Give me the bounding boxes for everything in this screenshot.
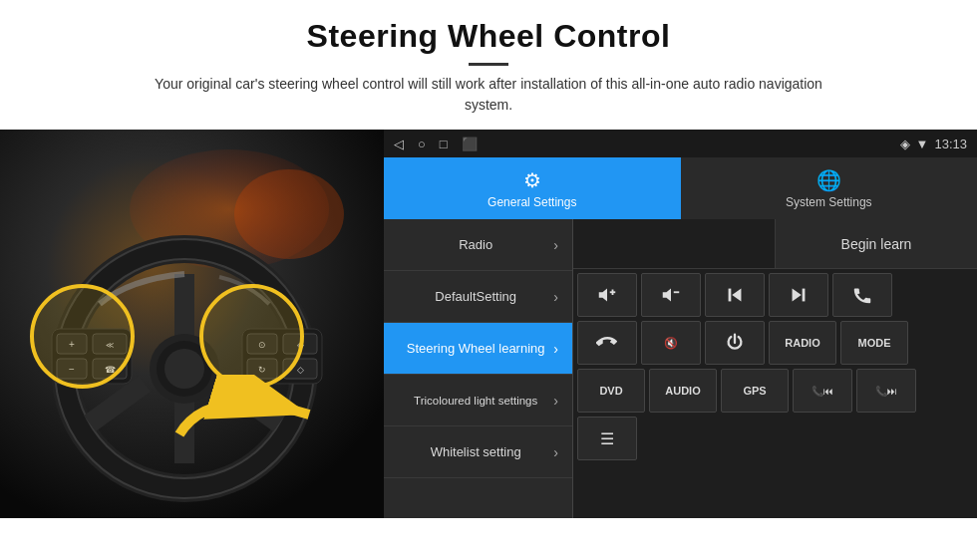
title-divider — [469, 63, 508, 66]
menu-item-tricoloured[interactable]: Tricoloured light settings › — [384, 375, 572, 426]
svg-text:◇: ◇ — [297, 365, 304, 375]
tab-system-label: System Settings — [786, 195, 872, 209]
recents-icon[interactable]: □ — [440, 137, 448, 151]
menu-label-default: DefaultSetting — [398, 289, 553, 304]
list-button[interactable]: ☰ — [577, 417, 637, 460]
svg-marker-32 — [599, 289, 607, 302]
chevron-right-icon-2: › — [553, 289, 558, 305]
wifi-icon: ▼ — [916, 137, 929, 151]
phone-next-button[interactable]: 📞⏭ — [856, 369, 916, 413]
chevron-right-icon-3: › — [553, 341, 558, 357]
svg-rect-38 — [729, 289, 732, 302]
chevron-right-icon-5: › — [553, 444, 558, 460]
btn-row-3: DVD AUDIO GPS 📞⏮ 📞⏭ — [577, 369, 973, 413]
menu-label-radio: Radio — [398, 237, 553, 252]
status-bar: ◁ ○ □ ⬛ ◈ ▼ 13:13 — [384, 130, 977, 157]
clock: 13:13 — [934, 137, 967, 151]
prev-track-button[interactable] — [705, 273, 765, 317]
phone-hang-button[interactable] — [577, 321, 637, 365]
svg-marker-39 — [793, 289, 802, 302]
gear-icon: ⚙ — [523, 168, 541, 192]
status-bar-right: ◈ ▼ 13:13 — [900, 137, 967, 151]
btn-row-1 — [577, 273, 973, 317]
controls-grid: 🔇 RADIO MODE DVD AUDIO — [573, 269, 977, 518]
right-panel: Begin learn — [573, 219, 977, 518]
next-track-button[interactable] — [769, 273, 828, 317]
svg-point-2 — [234, 169, 344, 259]
btn-row-4: ☰ — [577, 417, 973, 460]
svg-marker-35 — [663, 289, 671, 302]
status-bar-nav: ◁ ○ □ ⬛ — [394, 137, 478, 151]
menu-item-default[interactable]: DefaultSetting › — [384, 271, 572, 323]
dvd-button[interactable]: DVD — [577, 369, 645, 413]
settings-tabs: ⚙ General Settings 🌐 System Settings — [384, 157, 977, 219]
menu-label-tricoloured: Tricoloured light settings — [398, 395, 553, 407]
tab-general-label: General Settings — [488, 195, 576, 209]
menu-item-radio[interactable]: Radio › — [384, 219, 572, 271]
begin-learn-button[interactable]: Begin learn — [775, 219, 977, 268]
android-ui: ◁ ○ □ ⬛ ◈ ▼ 13:13 ⚙ General Settings 🌐 S… — [384, 130, 977, 518]
audio-button[interactable]: AUDIO — [649, 369, 717, 413]
left-menu: Radio › DefaultSetting › Steering Wheel … — [384, 219, 573, 518]
page-subtitle: Your original car's steering wheel contr… — [140, 74, 837, 116]
home-icon[interactable]: ○ — [418, 137, 426, 151]
menu-item-steering[interactable]: Steering Wheel learning › — [384, 323, 572, 375]
radio-button[interactable]: RADIO — [769, 321, 836, 365]
tab-system[interactable]: 🌐 System Settings — [681, 157, 978, 219]
btn-row-2: 🔇 RADIO MODE — [577, 321, 973, 365]
vol-down-button[interactable] — [641, 273, 701, 317]
page-title: Steering Wheel Control — [40, 18, 937, 55]
svg-marker-37 — [732, 289, 741, 302]
menu-label-steering: Steering Wheel learning — [398, 341, 553, 356]
phone-prev-button[interactable]: 📞⏮ — [793, 369, 852, 413]
content-area: + ≪ − ☎ ⊙ ◈ ↻ ◇ — [0, 130, 977, 518]
screenshot-icon[interactable]: ⬛ — [462, 137, 478, 151]
mute-button[interactable]: 🔇 — [641, 321, 701, 365]
car-image-container: + ≪ − ☎ ⊙ ◈ ↻ ◇ — [0, 130, 384, 518]
vol-up-button[interactable] — [577, 273, 637, 317]
mode-button[interactable]: MODE — [840, 321, 908, 365]
highlight-circle-right — [199, 284, 304, 389]
chevron-right-icon-4: › — [553, 393, 558, 409]
back-icon[interactable]: ◁ — [394, 137, 404, 151]
phone-answer-button[interactable] — [832, 273, 892, 317]
page-header: Steering Wheel Control Your original car… — [0, 0, 977, 126]
svg-rect-40 — [803, 289, 806, 302]
begin-learn-spacer — [573, 219, 775, 268]
menu-label-whitelist: Whitelist setting — [398, 444, 553, 459]
main-split: Radio › DefaultSetting › Steering Wheel … — [384, 219, 977, 518]
highlight-circle-left — [30, 284, 135, 389]
gps-button[interactable]: GPS — [721, 369, 789, 413]
menu-item-whitelist[interactable]: Whitelist setting › — [384, 426, 572, 478]
globe-icon: 🌐 — [816, 168, 841, 192]
begin-learn-row: Begin learn — [573, 219, 977, 269]
location-icon: ◈ — [900, 137, 910, 151]
tab-general[interactable]: ⚙ General Settings — [384, 157, 681, 219]
power-button[interactable] — [705, 321, 765, 365]
chevron-right-icon: › — [553, 237, 558, 253]
arrow-container — [169, 375, 329, 458]
